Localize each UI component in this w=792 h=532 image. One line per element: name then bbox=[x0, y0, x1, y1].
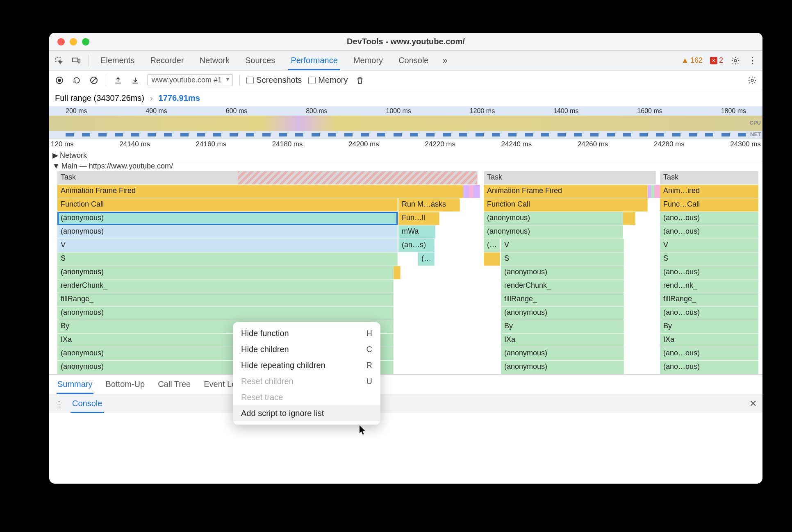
flame-block[interactable]: (anonymous) bbox=[57, 266, 394, 279]
upload-icon[interactable] bbox=[113, 75, 123, 86]
flame-block[interactable]: By bbox=[501, 320, 624, 333]
flame-block[interactable]: (ano…ous) bbox=[660, 361, 758, 374]
menu-hide-function[interactable]: Hide functionH bbox=[233, 325, 380, 341]
flame-block[interactable]: Func…Call bbox=[660, 198, 758, 211]
errors-badge[interactable]: ✕ 2 bbox=[710, 56, 723, 65]
flame-block[interactable]: (anonymous) bbox=[484, 212, 623, 225]
download-icon[interactable] bbox=[130, 75, 141, 86]
flame-block-longtask[interactable] bbox=[238, 171, 478, 184]
svg-rect-1 bbox=[73, 58, 78, 61]
flame-block[interactable]: Fun…ll bbox=[398, 212, 439, 225]
flame-block[interactable]: IXa bbox=[660, 334, 758, 347]
flame-block[interactable]: (an…s) bbox=[398, 239, 435, 252]
close-drawer-icon[interactable]: ✕ bbox=[749, 398, 757, 409]
more-tabs-icon[interactable]: » bbox=[440, 56, 450, 66]
warnings-badge[interactable]: ▲ 162 bbox=[681, 56, 703, 65]
main-track-header[interactable]: ▼ Main — https://www.youtube.com/ bbox=[49, 161, 762, 171]
tab-elements[interactable]: Elements bbox=[96, 52, 139, 69]
flame-block[interactable]: (ano…ous) bbox=[660, 307, 758, 320]
menu-hide-children[interactable]: Hide childrenC bbox=[233, 341, 380, 357]
flame-block[interactable]: (ano…ous) bbox=[660, 347, 758, 360]
flame-block[interactable]: V bbox=[501, 239, 624, 252]
flame-block[interactable]: (… bbox=[418, 252, 435, 266]
flame-block[interactable]: (anonymous) bbox=[501, 361, 624, 374]
flame-block[interactable]: rend…nk_ bbox=[660, 280, 758, 293]
settings-icon[interactable] bbox=[731, 56, 740, 66]
flame-block[interactable]: (anonymous) bbox=[501, 347, 624, 360]
expand-icon: ▶ bbox=[52, 151, 58, 160]
flame-block-selected[interactable]: (anonymous) bbox=[57, 212, 398, 225]
menu-hide-repeating[interactable]: Hide repeating childrenR bbox=[233, 357, 380, 373]
zoom-window-button[interactable] bbox=[82, 38, 89, 45]
flame-block[interactable]: Anim…ired bbox=[660, 185, 758, 198]
flame-block[interactable]: (ano…ous) bbox=[660, 266, 758, 279]
device-icon[interactable] bbox=[71, 56, 81, 66]
tab-console[interactable]: Console bbox=[394, 52, 432, 69]
range-breadcrumb: Full range (34307.26ms) › 1776.91ms bbox=[49, 90, 762, 107]
flame-block[interactable]: Task bbox=[484, 171, 656, 184]
flame-block[interactable]: Task bbox=[660, 171, 758, 184]
tab-bottom-up[interactable]: Bottom-Up bbox=[105, 375, 146, 393]
drawer-tab-console[interactable]: Console bbox=[71, 396, 104, 412]
record-button[interactable] bbox=[54, 75, 65, 86]
tab-summary[interactable]: Summary bbox=[57, 375, 93, 393]
capture-settings-icon[interactable] bbox=[747, 75, 758, 86]
flame-block[interactable]: fillRange_ bbox=[660, 293, 758, 306]
flame-block[interactable]: Run M…asks bbox=[398, 198, 460, 211]
flame-block[interactable]: renderChunk_ bbox=[501, 280, 624, 293]
drawer-menu-icon[interactable]: ⋮ bbox=[55, 399, 63, 409]
full-range-label[interactable]: Full range (34307.26ms) bbox=[55, 93, 144, 103]
flame-block[interactable]: IXa bbox=[501, 334, 624, 347]
flame-block[interactable]: S bbox=[501, 252, 624, 266]
close-window-button[interactable] bbox=[57, 38, 65, 45]
flame-block[interactable]: V bbox=[660, 239, 758, 252]
warning-icon: ▲ bbox=[681, 56, 689, 65]
kebab-menu-icon[interactable]: ⋮ bbox=[748, 56, 758, 66]
flame-block[interactable] bbox=[484, 252, 500, 266]
tab-call-tree[interactable]: Call Tree bbox=[157, 375, 191, 393]
tab-memory[interactable]: Memory bbox=[349, 52, 387, 69]
flame-block[interactable] bbox=[473, 185, 480, 198]
flame-block[interactable]: Animation Frame Fired bbox=[57, 185, 463, 198]
inspect-icon[interactable] bbox=[54, 56, 64, 66]
flame-block[interactable] bbox=[623, 212, 635, 225]
flame-block[interactable]: Animation Frame Fired bbox=[484, 185, 648, 198]
gc-icon[interactable] bbox=[355, 75, 365, 86]
menu-reset-trace: Reset trace bbox=[233, 389, 380, 405]
flame-block[interactable]: (anonymous) bbox=[501, 266, 624, 279]
flame-block[interactable]: (anonymous) bbox=[484, 225, 623, 239]
tab-recorder[interactable]: Recorder bbox=[146, 52, 188, 69]
minimize-window-button[interactable] bbox=[70, 38, 77, 45]
flame-block[interactable]: (anonymous) bbox=[57, 225, 398, 239]
flame-block[interactable]: By bbox=[660, 320, 758, 333]
flame-block[interactable]: Function Call bbox=[57, 198, 398, 211]
flame-block[interactable]: (anonymous) bbox=[501, 307, 624, 320]
tab-sources[interactable]: Sources bbox=[241, 52, 279, 69]
reload-record-button[interactable] bbox=[71, 75, 82, 86]
selected-range-label[interactable]: 1776.91ms bbox=[159, 93, 200, 103]
timeline-overview[interactable]: 200 ms 400 ms 600 ms 800 ms 1000 ms 1200… bbox=[49, 107, 762, 139]
flame-block[interactable] bbox=[394, 266, 401, 279]
flame-block[interactable]: S bbox=[660, 252, 758, 266]
profile-select[interactable]: www.youtube.com #1 bbox=[147, 74, 233, 86]
flame-

block[interactable]: fillRange_ bbox=[501, 293, 624, 306]
flame-block[interactable]: V bbox=[57, 239, 398, 252]
tab-network[interactable]: Network bbox=[196, 52, 234, 69]
memory-checkbox[interactable]: Memory bbox=[308, 75, 348, 85]
tab-performance[interactable]: Performance bbox=[287, 52, 342, 69]
network-track-header[interactable]: ▶ Network bbox=[49, 150, 762, 161]
flame-chart[interactable]: Task Task Task Animation Frame Fired Ani… bbox=[49, 171, 762, 374]
flame-block[interactable]: S bbox=[57, 252, 398, 266]
clear-button[interactable] bbox=[89, 75, 99, 86]
flame-block[interactable]: (ano…ous) bbox=[660, 225, 758, 239]
screenshots-checkbox[interactable]: Screenshots bbox=[246, 75, 302, 85]
flame-block[interactable]: (anonymous) bbox=[57, 307, 394, 320]
flame-block[interactable]: fillRange_ bbox=[57, 293, 394, 306]
menu-add-ignore-list[interactable]: Add script to ignore list bbox=[233, 405, 380, 421]
flame-block[interactable]: renderChunk_ bbox=[57, 280, 394, 293]
flame-block[interactable]: Function Call bbox=[484, 198, 648, 211]
flame-block[interactable]: (ano…ous) bbox=[660, 212, 758, 225]
flame-block[interactable]: (… bbox=[484, 239, 500, 252]
flame-block[interactable]: mWa bbox=[398, 225, 435, 239]
devtools-window: DevTools - www.youtube.com/ Elements Rec… bbox=[49, 33, 762, 484]
